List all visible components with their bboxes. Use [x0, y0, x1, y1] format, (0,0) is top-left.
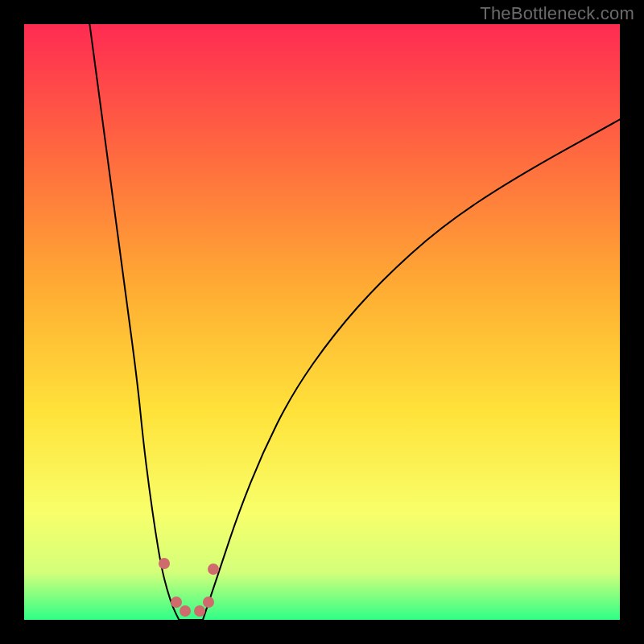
curve-left-branch: [89, 24, 179, 620]
marker-dot-1: [171, 597, 182, 608]
chart-svg: [24, 24, 620, 620]
outer-frame: TheBottleneck.com: [0, 0, 644, 644]
marker-dot-2: [180, 605, 191, 617]
curve-right-branch: [203, 119, 620, 620]
marker-dot-0: [159, 558, 170, 569]
watermark-text: TheBottleneck.com: [480, 3, 634, 24]
plot-area: [24, 24, 620, 620]
